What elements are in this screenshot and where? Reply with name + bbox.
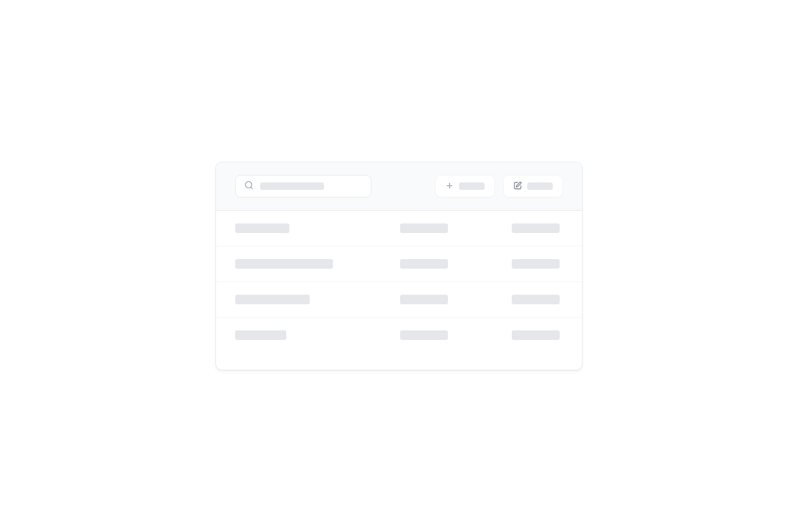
toolbar — [216, 162, 582, 211]
list-row[interactable] — [216, 282, 582, 318]
row-cell-trailing — [512, 295, 560, 304]
edit-label-skeleton — [527, 182, 553, 190]
row-cell-primary — [235, 223, 400, 233]
search-placeholder-skeleton — [260, 182, 324, 190]
row-cell-secondary — [400, 330, 512, 340]
row-cell-secondary — [400, 223, 512, 233]
edit-button[interactable] — [503, 175, 563, 197]
row-cell-primary — [235, 295, 400, 304]
row-cell-trailing — [512, 223, 560, 233]
search-icon — [244, 180, 254, 192]
create-button[interactable] — [435, 175, 495, 197]
row-cell-primary — [235, 330, 400, 340]
plus-icon — [445, 181, 454, 192]
list-row[interactable] — [216, 211, 582, 246]
search-input[interactable] — [235, 175, 371, 197]
row-cell-secondary — [400, 295, 512, 304]
create-label-skeleton — [459, 182, 485, 190]
list-body — [216, 211, 582, 370]
list-card — [215, 162, 583, 370]
svg-point-0 — [245, 181, 252, 188]
pen-square-icon — [513, 181, 522, 192]
row-cell-trailing — [512, 330, 560, 340]
list-row[interactable] — [216, 318, 582, 353]
list-row[interactable] — [216, 246, 582, 282]
row-cell-secondary — [400, 259, 512, 269]
row-cell-trailing — [512, 259, 560, 269]
row-cell-primary — [235, 259, 400, 269]
